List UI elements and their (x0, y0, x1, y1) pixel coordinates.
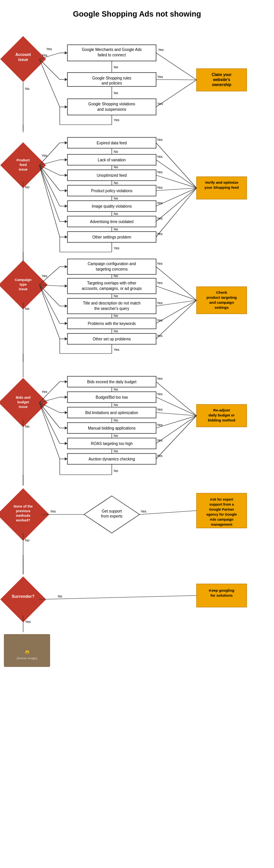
svg-text:support from a: support from a (209, 503, 234, 506)
svg-marker-277 (65, 305, 67, 308)
svg-line-23 (39, 59, 60, 80)
svg-marker-285 (65, 457, 67, 460)
svg-line-86 (39, 165, 60, 206)
svg-text:for solutions: for solutions (210, 593, 233, 597)
svg-marker-275 (65, 265, 67, 268)
svg-text:Bids exceed the daily budget: Bids exceed the daily budget (87, 380, 136, 384)
svg-text:Yes: Yes (157, 201, 163, 205)
svg-text:budget: budget (17, 400, 29, 404)
svg-text:ROAS targeting too high: ROAS targeting too high (91, 442, 133, 446)
svg-text:Other settings problem: Other settings problem (92, 235, 131, 239)
svg-text:Ask for expert: Ask for expert (210, 497, 234, 501)
svg-text:Yes: Yes (157, 392, 163, 396)
svg-rect-118 (67, 298, 156, 314)
svg-marker-279 (65, 337, 67, 340)
svg-rect-115 (67, 278, 156, 294)
svg-line-100 (156, 188, 197, 237)
svg-text:No: No (25, 538, 30, 542)
svg-marker-280 (65, 380, 67, 383)
svg-text:Unoptimized feed: Unoptimized feed (97, 173, 127, 178)
svg-text:the searcher's query: the searcher's query (94, 306, 129, 311)
svg-text:Yes: Yes (157, 170, 163, 174)
svg-text:website's: website's (213, 78, 230, 82)
svg-text:No: No (114, 449, 118, 453)
svg-text:No: No (58, 594, 62, 598)
svg-text:Manual bidding applications: Manual bidding applications (88, 426, 135, 430)
svg-text:Claim your: Claim your (212, 73, 232, 77)
svg-text:Yes: Yes (157, 102, 163, 106)
svg-line-29 (39, 59, 60, 107)
svg-text:No: No (114, 387, 118, 391)
svg-text:and campaign: and campaign (209, 300, 234, 305)
svg-text:No: No (114, 91, 118, 95)
svg-text:Yes: Yes (141, 509, 146, 513)
svg-line-204 (39, 403, 60, 428)
svg-text:Bids and: Bids and (16, 396, 30, 399)
svg-text:Product policy violations: Product policy violations (91, 189, 132, 193)
svg-text:Targeting overlaps with other: Targeting overlaps with other (87, 281, 137, 285)
svg-text:Title and description do not m: Title and description do not match (83, 301, 141, 305)
svg-text:Yes: Yes (42, 154, 47, 157)
svg-marker-274 (65, 235, 67, 239)
svg-line-80 (39, 165, 60, 191)
svg-marker-271 (65, 189, 67, 192)
svg-text:feed: feed (20, 163, 27, 167)
svg-text:Google Merchants and Google Ad: Google Merchants and Google Ads (82, 47, 142, 52)
svg-text:Check: Check (216, 290, 227, 294)
svg-text:bidding method: bidding method (208, 418, 235, 422)
svg-text:No: No (114, 196, 118, 200)
svg-text:No: No (25, 307, 30, 311)
svg-text:issue: issue (18, 287, 27, 291)
svg-text:Campaign: Campaign (15, 278, 32, 282)
svg-marker-284 (65, 442, 67, 445)
svg-text:Yes: Yes (50, 509, 56, 513)
svg-text:Google Partner: Google Partner (209, 508, 234, 511)
svg-text:Advertising time outdated: Advertising time outdated (90, 220, 134, 224)
svg-text:Yes: Yes (42, 390, 47, 394)
svg-text:and suspensions: and suspensions (97, 107, 126, 112)
svg-text:No: No (114, 181, 118, 185)
svg-text:product targeting: product targeting (207, 295, 237, 299)
svg-text:No: No (114, 274, 118, 278)
svg-text:Yes: Yes (157, 232, 163, 236)
svg-marker-283 (65, 426, 67, 430)
svg-text:Yes: Yes (157, 281, 163, 285)
svg-text:worked?: worked? (15, 518, 30, 522)
svg-text:Yes: Yes (157, 334, 163, 338)
svg-text:Verify and optimize: Verify and optimize (205, 180, 239, 184)
svg-rect-112 (67, 259, 156, 274)
svg-text:No: No (114, 329, 118, 333)
svg-text:[Homer image]: [Homer image] (17, 656, 37, 660)
svg-text:Yes: Yes (157, 186, 163, 190)
svg-text:Google Shopping violations: Google Shopping violations (88, 102, 135, 106)
page: Google Shopping Ads not showing Account … (0, 0, 274, 868)
svg-text:Campaign configuration and: Campaign configuration and (87, 262, 136, 266)
svg-text:No: No (25, 87, 30, 91)
svg-text:and policies: and policies (102, 81, 122, 85)
svg-text:No: No (114, 403, 118, 407)
svg-text:Google Shopping rules: Google Shopping rules (92, 76, 131, 80)
svg-text:Get support: Get support (102, 509, 122, 513)
svg-text:Yes: Yes (157, 438, 163, 442)
svg-text:your Shopping feed: your Shopping feed (204, 185, 239, 190)
svg-text:Bid limitations and optimizati: Bid limitations and optimization (85, 411, 138, 415)
svg-text:Yes: Yes (42, 274, 47, 278)
svg-text:Yes: Yes (157, 262, 163, 266)
svg-text:management: management (211, 523, 232, 526)
svg-text:No: No (114, 294, 118, 298)
svg-line-143 (39, 285, 60, 306)
svg-text:failed to connect: failed to connect (98, 53, 126, 57)
svg-text:Re-adjust: Re-adjust (213, 408, 230, 412)
svg-text:Yes: Yes (42, 53, 47, 57)
svg-text:settings: settings (215, 305, 229, 310)
svg-marker-268 (65, 141, 67, 144)
svg-text:Yes: Yes (114, 348, 119, 352)
svg-text:Yes: Yes (25, 620, 31, 624)
svg-marker-272 (65, 205, 67, 208)
svg-text:No: No (114, 212, 118, 216)
flowchart-svg: Account issue Google Merchants and Googl… (0, 22, 274, 868)
svg-text:Yes: Yes (157, 75, 163, 79)
svg-text:Yes: Yes (157, 318, 163, 322)
svg-text:Yes: Yes (157, 377, 163, 381)
svg-text:Yes: Yes (157, 155, 163, 159)
